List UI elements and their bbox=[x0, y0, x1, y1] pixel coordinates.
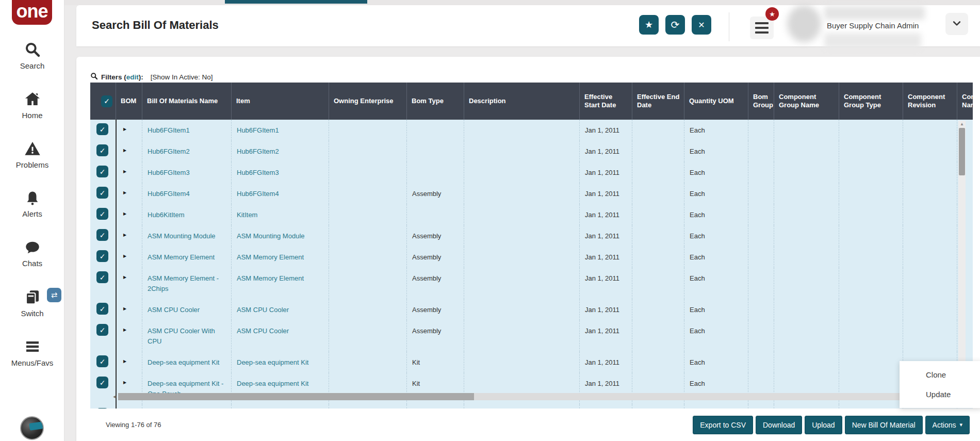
sidebar-item-chats[interactable]: Chats bbox=[0, 229, 64, 279]
bom-table: ✓BOMBill Of Materials NameItemOwning Ent… bbox=[90, 83, 973, 409]
user-avatar-icon[interactable] bbox=[20, 416, 44, 440]
select-all-checkbox[interactable]: ✓ bbox=[101, 95, 112, 107]
item-link[interactable]: Deep-sea equipment Kit bbox=[237, 358, 308, 366]
horizontal-scroll-thumb[interactable] bbox=[118, 393, 474, 400]
column-header-component_revision[interactable]: Component Revision bbox=[903, 83, 957, 120]
footer-button-download[interactable]: Download bbox=[756, 416, 802, 434]
bom-name-link[interactable]: Hub6KitItem bbox=[148, 211, 185, 219]
expand-row-icon[interactable]: ▶ bbox=[123, 127, 142, 132]
footer-button-new-bill-of-material[interactable]: New Bill Of Material bbox=[845, 416, 923, 434]
expand-row-icon[interactable]: ▶ bbox=[123, 254, 142, 258]
item-link[interactable]: KitItem bbox=[237, 211, 257, 219]
bom-name-link[interactable]: Hub6FGItem4 bbox=[148, 190, 190, 198]
sidebar-item-problems[interactable]: Problems bbox=[0, 130, 64, 179]
sidebar-item-menus-favs[interactable]: Menus/Favs bbox=[0, 328, 64, 378]
cell-effective_end_date bbox=[632, 183, 684, 204]
sidebar-item-switch[interactable]: Switch ⇄ bbox=[0, 279, 64, 328]
column-header-select[interactable]: ✓ bbox=[90, 83, 116, 120]
table-row: ✓▶Hub6FGItem2Hub6FGItem2Jan 1, 2011Each bbox=[90, 141, 973, 162]
button-label: Upload bbox=[812, 421, 835, 429]
expand-row-icon[interactable]: ▶ bbox=[123, 307, 142, 311]
refresh-button[interactable]: ⟳ bbox=[665, 15, 685, 35]
row-checkbox[interactable]: ✓ bbox=[96, 271, 108, 283]
expand-row-icon[interactable]: ▶ bbox=[123, 191, 142, 195]
user-avatar[interactable] bbox=[787, 5, 821, 42]
column-header-owning_enterprise[interactable]: Owning Enterprise bbox=[329, 83, 406, 120]
row-checkbox[interactable]: ✓ bbox=[96, 166, 108, 177]
cell-component_revision bbox=[903, 162, 957, 183]
horizontal-scrollbar[interactable]: ◄ bbox=[111, 393, 951, 400]
bom-name-link[interactable]: ASM Mounting Module bbox=[148, 232, 216, 240]
column-header-component_group_type[interactable]: Component Group Type bbox=[839, 83, 903, 120]
item-link[interactable]: ASM CPU Cooler bbox=[237, 327, 289, 335]
column-header-name[interactable]: Bill Of Materials Name bbox=[142, 83, 231, 120]
item-link[interactable]: Deep-sea equipment Kit bbox=[237, 380, 308, 387]
item-link[interactable]: Hub6FGItem3 bbox=[237, 169, 279, 176]
item-link[interactable]: ASM Memory Element bbox=[237, 274, 304, 282]
cell-component_group_type bbox=[839, 247, 903, 268]
expand-row-icon[interactable]: ▶ bbox=[123, 170, 142, 174]
item-link[interactable]: ASM CPU Cooler bbox=[237, 306, 289, 314]
item-link[interactable]: Hub6FGItem1 bbox=[237, 126, 279, 134]
switch-version-badge[interactable]: ⇄ bbox=[47, 288, 61, 302]
column-header-bom_group[interactable]: Bom Group bbox=[748, 83, 774, 120]
row-checkbox[interactable]: ✓ bbox=[96, 229, 108, 241]
bom-name-link[interactable]: ASM Memory Element bbox=[148, 253, 215, 261]
bom-name-link[interactable]: ASM CPU Cooler bbox=[148, 306, 200, 314]
bom-name-link[interactable]: Hub6FGItem2 bbox=[148, 148, 190, 155]
row-checkbox[interactable]: ✓ bbox=[96, 144, 108, 156]
sidebar-item-search[interactable]: Search bbox=[0, 31, 64, 80]
expand-row-icon[interactable]: ▶ bbox=[123, 275, 142, 280]
item-link[interactable]: Hub6FGItem4 bbox=[237, 190, 279, 198]
expand-row-icon[interactable]: ▶ bbox=[123, 360, 142, 364]
column-header-component_name[interactable]: Component Name bbox=[957, 83, 973, 120]
column-header-bom_type[interactable]: Bom Type bbox=[406, 83, 464, 120]
column-header-bom[interactable]: BOM bbox=[116, 83, 142, 120]
one-network-logo[interactable]: one bbox=[12, 0, 52, 25]
close-button[interactable]: ✕ bbox=[692, 15, 711, 35]
row-checkbox[interactable]: ✓ bbox=[96, 208, 108, 220]
column-header-item[interactable]: Item bbox=[231, 83, 329, 120]
bom-name-link[interactable]: Hub6FGItem3 bbox=[148, 169, 190, 176]
expand-row-icon[interactable]: ▶ bbox=[123, 328, 142, 332]
row-checkbox[interactable]: ✓ bbox=[96, 355, 108, 367]
scroll-up-arrow-icon[interactable]: ▲ bbox=[958, 121, 966, 126]
vertical-scroll-thumb[interactable] bbox=[959, 128, 965, 175]
user-menu-dropdown-button[interactable] bbox=[945, 13, 968, 35]
bom-name-link[interactable]: Hub6FGItem1 bbox=[148, 126, 190, 134]
expand-row-icon[interactable]: ▶ bbox=[123, 233, 142, 237]
row-checkbox[interactable]: ✓ bbox=[96, 187, 108, 199]
item-link[interactable]: Hub6FGItem2 bbox=[237, 148, 279, 155]
row-checkbox[interactable]: ✓ bbox=[96, 377, 108, 388]
context-menu-item-update[interactable]: Update bbox=[900, 385, 980, 404]
filters-edit-link[interactable]: edit bbox=[126, 73, 139, 81]
expand-row-icon[interactable]: ▶ bbox=[123, 149, 142, 153]
column-header-quantity_uom[interactable]: Quantity UOM bbox=[684, 83, 748, 120]
column-header-component_group_name[interactable]: Component Group Name bbox=[774, 83, 839, 120]
favorite-button[interactable]: ★ bbox=[639, 15, 659, 35]
expand-row-icon[interactable]: ▶ bbox=[123, 212, 142, 216]
scroll-left-arrow-icon[interactable]: ◄ bbox=[111, 394, 118, 399]
context-menu-item-clone[interactable]: Clone bbox=[900, 365, 980, 385]
sidebar-item-alerts[interactable]: Alerts bbox=[0, 179, 64, 229]
vertical-scrollbar[interactable]: ▲ bbox=[958, 121, 966, 393]
column-header-effective_end_date[interactable]: Effective End Date bbox=[632, 83, 684, 120]
item-link[interactable]: ASM Memory Element bbox=[237, 253, 304, 261]
row-checkbox[interactable]: ✓ bbox=[96, 250, 108, 262]
column-header-effective_start_date[interactable]: Effective Start Date bbox=[579, 83, 632, 120]
column-header-description[interactable]: Description bbox=[464, 83, 579, 120]
sidebar-item-home[interactable]: Home bbox=[0, 80, 64, 130]
footer-button-actions[interactable]: Actions▾ bbox=[925, 416, 970, 434]
row-checkbox[interactable]: ✓ bbox=[96, 324, 108, 336]
item-link[interactable]: ASM Mounting Module bbox=[237, 232, 305, 240]
hamburger-icon bbox=[755, 22, 769, 24]
horizontal-scroll-track[interactable] bbox=[118, 393, 951, 400]
row-checkbox[interactable]: ✓ bbox=[96, 303, 108, 315]
bom-name-link[interactable]: ASM CPU Cooler With CPU bbox=[148, 327, 215, 345]
expand-row-icon[interactable]: ▶ bbox=[123, 381, 142, 385]
bom-name-link[interactable]: ASM Memory Element - 2Chips bbox=[148, 274, 219, 292]
footer-button-upload[interactable]: Upload bbox=[805, 416, 842, 434]
row-checkbox[interactable]: ✓ bbox=[96, 123, 108, 135]
bom-name-link[interactable]: Deep-sea equipment Kit bbox=[148, 358, 219, 366]
footer-button-export-to-csv[interactable]: Export to CSV bbox=[693, 416, 753, 434]
